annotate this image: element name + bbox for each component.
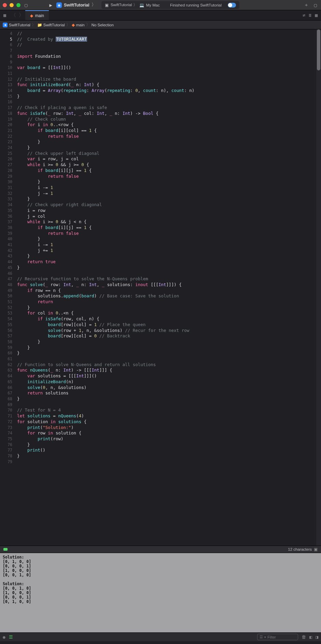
split-right-icon[interactable]: ◨	[316, 634, 318, 640]
quicklook-icon[interactable]: ◉	[3, 634, 5, 640]
chevron-right-icon: 〉	[86, 22, 90, 27]
scheme-selector[interactable]: ⨳ SwiftTutorial 〉	[56, 2, 96, 8]
console-filter[interactable]: ☰ ▾	[257, 634, 298, 640]
editor-scrollbar[interactable]	[316, 29, 321, 546]
variables-view-icon[interactable]: ☰	[9, 634, 13, 640]
filter-menu-icon[interactable]: ☰	[260, 635, 263, 639]
selection-characters: 12 characters	[288, 547, 312, 551]
folder-icon: 📁	[37, 23, 42, 27]
run-icon[interactable]: ▶	[48, 2, 53, 9]
app-icon: ⨳	[56, 2, 62, 8]
titlebar: ▢ ▶ ⨳ SwiftTutorial 〉 ▣ SwiftTutorial 〉 …	[0, 0, 321, 10]
status-project-icon: ▣	[105, 3, 109, 8]
swift-file-icon: ◆	[30, 13, 33, 18]
add-editor-icon[interactable]: ▦	[315, 13, 318, 18]
minimap-icon[interactable]: ⇄	[303, 13, 306, 18]
line-number-gutter: 4567891011121314151617181920212223242526…	[0, 29, 15, 546]
tab-main[interactable]: ◆ main	[25, 10, 49, 20]
debug-status-bar: 12 characters ▣	[0, 546, 321, 553]
filter-input[interactable]	[267, 635, 288, 639]
related-items-icon[interactable]: ▦	[0, 13, 10, 18]
scheme-sep: 〉	[92, 2, 96, 8]
status-prefix: SwiftTutorial 〉	[111, 2, 137, 8]
activity-status[interactable]: ▣ SwiftTutorial 〉 💻 My Mac Finished runn…	[101, 1, 239, 9]
project-icon: ⨳	[3, 23, 8, 27]
nav-back-icon[interactable]: 〈	[10, 12, 17, 18]
tab-bar: ▦ 〈 〉 ◆ main ⇄ ≣ ▦	[0, 10, 321, 21]
success-indicator-icon	[3, 548, 8, 551]
build-switch[interactable]	[228, 3, 236, 8]
trash-icon[interactable]: 🗑	[302, 634, 306, 640]
chevron-right-icon: 〉	[32, 22, 36, 27]
debug-bottom-bar: ◉ ☰ ☰ ▾ 🗑 ◧ ◨	[0, 632, 321, 641]
console-output[interactable]: Solution: [0, 1, 0, 0] [0, 0, 0, 1] [1, …	[0, 553, 321, 632]
status-device: My Mac	[146, 3, 160, 7]
tab-label: main	[35, 13, 44, 18]
close-window-button[interactable]	[3, 3, 7, 7]
mac-icon: 💻	[139, 3, 144, 8]
window-controls	[3, 3, 20, 7]
scheme-project: SwiftTutorial	[64, 3, 89, 8]
library-icon[interactable]: ▢	[313, 2, 318, 9]
add-icon[interactable]: ＋	[303, 1, 310, 9]
status-message: Finished running SwiftTutorial	[170, 3, 222, 7]
console-toggle-icon[interactable]: ▣	[314, 547, 318, 552]
code-area[interactable]: // // Created by TUTORIALKART // import …	[15, 29, 321, 546]
split-left-icon[interactable]: ◧	[309, 634, 312, 640]
jump-bar[interactable]: ⨳ SwiftTutorial 〉 📁 SwiftTutorial 〉 ◆ ma…	[0, 21, 321, 29]
nav-forward-icon[interactable]: 〉	[17, 12, 25, 18]
code-editor[interactable]: 4567891011121314151617181920212223242526…	[0, 29, 321, 546]
chevron-right-icon: 〉	[66, 22, 70, 27]
jump-symbol[interactable]: No Selection	[92, 23, 114, 27]
sidebar-toggle-icon[interactable]: ▢	[23, 2, 29, 9]
zoom-window-button[interactable]	[16, 3, 20, 7]
jump-project[interactable]: SwiftTutorial	[9, 23, 30, 27]
jump-file[interactable]: main	[76, 23, 85, 27]
scrollbar-thumb[interactable]	[317, 29, 320, 70]
chevron-down-icon: ▾	[264, 635, 266, 639]
adjust-editor-icon[interactable]: ≣	[309, 13, 311, 18]
jump-folder[interactable]: SwiftTutorial	[43, 23, 65, 27]
minimize-window-button[interactable]	[10, 3, 14, 7]
swift-file-icon: ◆	[72, 23, 75, 27]
